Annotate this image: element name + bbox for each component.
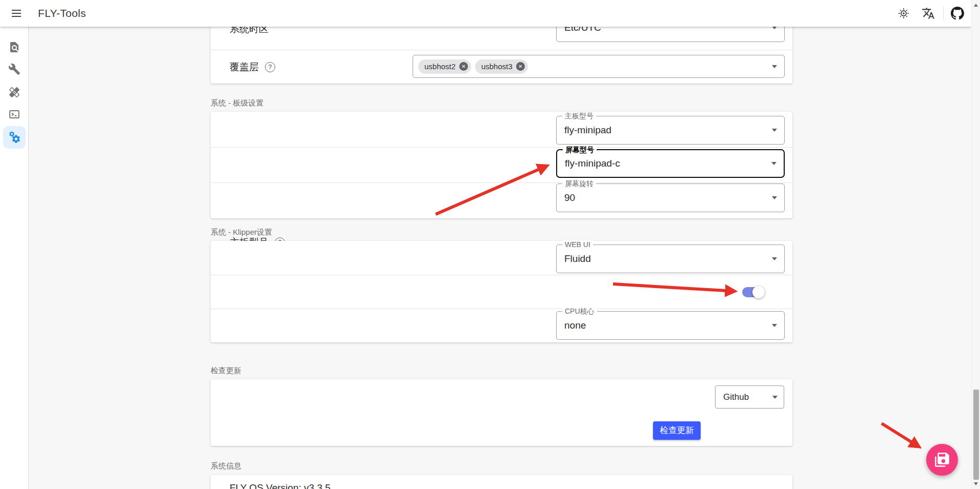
board-model-value: fly-minipad — [564, 125, 611, 136]
scrollbar-down-arrow[interactable] — [974, 482, 978, 485]
healing-icon[interactable] — [8, 86, 21, 98]
help-icon[interactable]: ? — [265, 62, 275, 72]
arrow-to-fab — [882, 423, 918, 446]
update-channel-select[interactable]: Github — [715, 385, 784, 409]
card-check-update: 更新渠道 Github FLY-Tools: v0.2.7-fb9bfeb 检查… — [211, 379, 792, 446]
save-all-fab[interactable] — [926, 444, 958, 476]
sidebar — [0, 27, 29, 489]
save-all-icon — [934, 452, 950, 467]
section-label-klipper: 系统 - Klipper设置 — [211, 228, 272, 237]
overlay-chip: usbhost2 ✕ — [418, 59, 471, 74]
overlay-combobox[interactable]: usbhost2 ✕ usbhost3 ✕ — [413, 55, 785, 78]
card-klipper-settings: Klipper的WEB UI WEB UI Fluidd 启用KlipperSc… — [211, 241, 792, 342]
section-label-sysinfo: 系统信息 — [211, 461, 241, 471]
chevron-down-icon — [772, 324, 777, 327]
toggle-thumb — [752, 286, 765, 298]
scrollbar-up-arrow[interactable] — [974, 4, 978, 7]
row-divider — [211, 309, 792, 309]
cpu-core-select[interactable]: CPU核心 none — [556, 311, 785, 340]
board-model-field-label: 主板型号 — [562, 112, 596, 120]
overlay-label: 覆盖层 — [230, 60, 259, 74]
klipperscreen-toggle[interactable] — [742, 286, 765, 298]
cpu-core-value: none — [564, 320, 586, 331]
chip-label: usbhost3 — [481, 62, 513, 71]
terminal-icon[interactable] — [8, 108, 21, 120]
os-version-label: FLY OS Version: v3.3.5 — [230, 482, 331, 489]
board-model-select[interactable]: 主板型号 fly-minipad — [556, 116, 785, 145]
row-divider — [211, 182, 792, 183]
chip-close-icon[interactable]: ✕ — [459, 62, 468, 71]
appbar-divider — [943, 7, 944, 20]
screen-model-select[interactable]: 屏幕型号 fly-minipad-c — [556, 149, 785, 178]
chip-label: usbhost2 — [424, 62, 456, 71]
overlay-row-label-group: 覆盖层 ? — [230, 60, 275, 74]
section-label-board: 系统 - 板级设置 — [211, 98, 263, 108]
card-board-settings: 主板型号 ? 主板型号 fly-minipad 屏幕型号 ? 屏幕型号 fly-… — [211, 112, 792, 218]
chevron-down-icon — [771, 162, 777, 165]
chevron-down-icon — [772, 396, 778, 399]
webui-value: Fluidd — [564, 253, 591, 264]
screen-model-field-label: 屏幕型号 — [563, 146, 597, 154]
github-icon[interactable] — [951, 7, 964, 20]
chevron-down-icon — [772, 257, 777, 260]
row-divider — [211, 50, 792, 50]
chevron-down-icon — [772, 196, 777, 199]
cpu-core-field-label: CPU核心 — [562, 307, 597, 316]
wrench-icon[interactable] — [8, 63, 21, 75]
row-divider — [211, 147, 792, 148]
gears-icon — [8, 131, 21, 144]
screen-model-value: fly-minipad-c — [565, 158, 620, 169]
app-title: FLY-Tools — [38, 7, 86, 19]
chip-close-icon[interactable]: ✕ — [516, 62, 525, 71]
check-update-button[interactable]: 检查更新 — [653, 421, 701, 440]
screen-rotation-value: 90 — [564, 192, 575, 203]
section-label-update: 检查更新 — [211, 366, 241, 376]
app-bar: FLY-Tools — [0, 0, 971, 27]
row-divider — [211, 275, 792, 275]
hamburger-menu-icon[interactable] — [10, 7, 23, 19]
update-channel-value: Github — [723, 392, 749, 402]
screen-rotation-field-label: 屏幕旋转 — [562, 179, 596, 188]
overlay-chip: usbhost3 ✕ — [475, 59, 528, 74]
theme-brightness-icon[interactable] — [897, 7, 910, 20]
sidebar-item-settings[interactable] — [3, 126, 26, 149]
translate-icon[interactable] — [922, 7, 935, 20]
screen-rotation-select[interactable]: 屏幕旋转 90 — [556, 184, 785, 212]
card-system-info: FLY OS Version: v3.3.5 — [211, 475, 792, 489]
os-version-row-label-group: FLY OS Version: v3.3.5 — [230, 482, 331, 489]
webui-field-label: WEB UI — [562, 240, 593, 249]
webui-select[interactable]: WEB UI Fluidd — [556, 244, 785, 273]
scrollbar-thumb[interactable] — [973, 390, 979, 480]
find-in-page-icon[interactable] — [8, 41, 21, 53]
chevron-down-icon — [772, 65, 777, 68]
vertical-scrollbar — [971, 0, 980, 489]
chevron-down-icon — [772, 129, 777, 132]
